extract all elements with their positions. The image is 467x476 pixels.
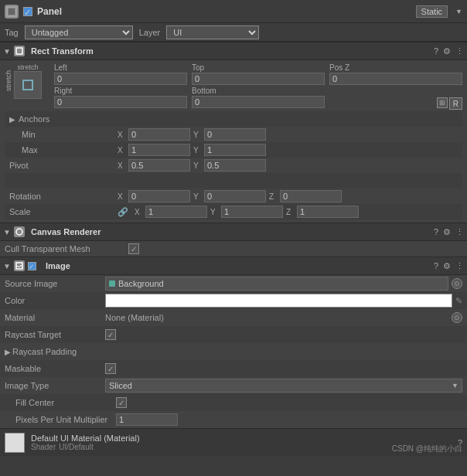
- image-type-row: Image Type Sliced ▼: [0, 377, 467, 394]
- pixels-label: Pixels Per Unit Multiplier: [15, 415, 116, 424]
- bottom-field-group: Bottom: [192, 87, 325, 110]
- cull-label: Cull Transparent Mesh: [5, 244, 128, 253]
- material-preview: [5, 433, 25, 453]
- canvas-menu-icon[interactable]: ⋮: [455, 227, 464, 237]
- fill-center-label: Fill Center: [15, 398, 116, 407]
- canvas-help-icon[interactable]: ?: [434, 227, 438, 236]
- source-pick-btn[interactable]: ⊙: [452, 278, 462, 289]
- active-checkbox[interactable]: ✓: [23, 7, 32, 16]
- scale-x-input[interactable]: [145, 206, 207, 218]
- dropdown-arrow-static[interactable]: ▼: [455, 8, 462, 15]
- rect-help-icon[interactable]: ?: [434, 46, 438, 56]
- pivot-label: Pivot: [9, 161, 118, 170]
- raycast-checkbox[interactable]: ✓: [105, 329, 116, 340]
- min-x-input[interactable]: [128, 128, 190, 141]
- layer-select[interactable]: UI: [166, 26, 259, 39]
- image-active-checkbox[interactable]: ✓: [28, 262, 36, 270]
- left-field-group: Left: [54, 63, 187, 85]
- cull-checkbox[interactable]: ✓: [128, 243, 139, 254]
- max-x-label: X: [118, 146, 127, 155]
- anchors-row: ▶ Anchors: [5, 111, 462, 127]
- stretch-top-label: stretch: [17, 63, 38, 71]
- material-pick-btn[interactable]: ⊙: [452, 312, 462, 323]
- maskable-label: Maskable: [5, 364, 105, 373]
- max-row: Max X Y: [5, 142, 462, 158]
- material-name: Default UI Material (Material): [31, 434, 452, 443]
- image-expand-arrow[interactable]: ▼: [3, 262, 11, 270]
- pivot-values: X Y: [118, 159, 458, 172]
- grid-icon: ⊞: [437, 97, 448, 108]
- pivot-x-input[interactable]: [128, 159, 190, 172]
- image-type-dropdown[interactable]: Sliced ▼: [105, 379, 462, 393]
- maskable-checkbox[interactable]: ✓: [105, 363, 116, 374]
- max-x-group: X: [118, 144, 190, 156]
- left-input[interactable]: [54, 73, 187, 85]
- pivot-x-group: X: [118, 159, 190, 172]
- image-active-cb[interactable]: ✓: [28, 262, 36, 270]
- rect-expand-arrow[interactable]: ▼: [3, 47, 11, 56]
- source-image-text: Background: [118, 279, 445, 288]
- shader-value: UI/Default: [59, 443, 93, 451]
- rotation-values: X Y Z: [118, 190, 458, 202]
- min-values: X Y: [118, 128, 458, 141]
- color-preview[interactable]: [105, 294, 452, 308]
- scale-y-label: Y: [210, 208, 220, 216]
- active-cb[interactable]: ✓: [23, 7, 32, 16]
- image-menu-icon[interactable]: ⋮: [455, 261, 464, 271]
- max-x-input[interactable]: [128, 144, 190, 156]
- right-input[interactable]: [54, 96, 187, 108]
- scale-z-input[interactable]: [297, 206, 359, 218]
- rot-y-input[interactable]: [204, 190, 266, 202]
- anchor-preview-area: stretch stretch: [5, 63, 42, 99]
- image-help-icon[interactable]: ?: [434, 261, 438, 270]
- rect-transform-body: stretch stretch Left Top Pos Z: [0, 60, 467, 223]
- rect-settings-icon[interactable]: ⚙: [443, 46, 451, 56]
- object-icon: [5, 5, 19, 19]
- color-picker-icon[interactable]: ✎: [455, 296, 462, 306]
- scale-z-group: Z: [286, 206, 359, 218]
- r-btn-group: ⊞ R: [329, 87, 462, 110]
- anchors-expand[interactable]: ▶: [9, 115, 15, 124]
- anchors-label: Anchors: [19, 114, 127, 124]
- tag-select[interactable]: Untagged: [25, 26, 133, 39]
- source-image-row: Source Image Background ⊙: [0, 275, 467, 292]
- anchor-preview-box[interactable]: [14, 71, 42, 99]
- fill-center-checkbox[interactable]: ✓: [116, 397, 127, 408]
- min-y-input[interactable]: [204, 128, 266, 141]
- canvas-section-icons: ? ⚙ ⋮: [434, 227, 464, 237]
- watermark: CSDN @纯纯的小白: [392, 444, 462, 454]
- canvas-expand-arrow[interactable]: ▼: [3, 228, 11, 236]
- rot-z-input[interactable]: [280, 190, 342, 202]
- min-y-group: Y: [193, 128, 266, 141]
- image-header: ▼ ✓ Image ? ⚙ ⋮: [0, 257, 467, 275]
- source-image-value[interactable]: Background: [105, 277, 448, 291]
- image-settings-icon[interactable]: ⚙: [443, 261, 451, 271]
- r-button[interactable]: R: [449, 97, 462, 110]
- pivot-row: Pivot X Y: [5, 158, 462, 173]
- canvas-settings-icon[interactable]: ⚙: [443, 227, 451, 237]
- rot-y-group: Y: [193, 190, 266, 202]
- tag-label: Tag: [5, 28, 19, 37]
- image-body: Source Image Background ⊙ Color ✎ Materi…: [0, 275, 467, 428]
- static-badge[interactable]: Static: [416, 5, 448, 18]
- layer-label: Layer: [139, 28, 161, 37]
- top-input[interactable]: [192, 73, 325, 85]
- raycast-padding-row: ▶ Raycast Padding: [0, 343, 467, 360]
- bottom-input[interactable]: [192, 96, 325, 108]
- rect-menu-icon[interactable]: ⋮: [455, 46, 464, 56]
- tag-layer-bar: Tag Untagged Layer UI: [0, 23, 467, 42]
- image-section-icons: ? ⚙ ⋮: [434, 261, 464, 271]
- raycast-padding-label: Raycast Padding: [12, 347, 113, 356]
- posz-input[interactable]: [329, 73, 462, 85]
- scale-y-input[interactable]: [221, 206, 283, 218]
- pixels-input[interactable]: [116, 413, 178, 426]
- color-label: Color: [5, 296, 105, 305]
- max-y-input[interactable]: [204, 144, 266, 156]
- scale-x-label: X: [135, 208, 144, 216]
- raycast-padding-arrow[interactable]: ▶: [5, 348, 11, 356]
- shader-row: Shader UI/Default: [31, 443, 452, 451]
- canvas-renderer-title: Canvas Renderer: [31, 227, 431, 236]
- rot-x-input[interactable]: [128, 190, 190, 202]
- image-icon: [14, 260, 25, 271]
- pivot-y-input[interactable]: [204, 159, 266, 172]
